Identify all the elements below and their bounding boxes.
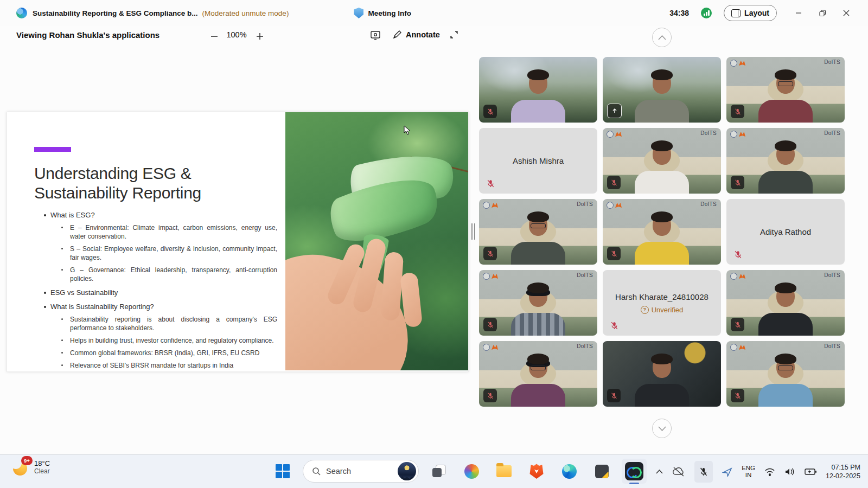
- zoom-out-button[interactable]: [208, 29, 220, 43]
- mic-muted-icon: [483, 318, 497, 331]
- wifi-icon[interactable]: [764, 467, 775, 476]
- mic-muted-icon: [607, 389, 621, 402]
- bullet: ESG vs Sustainability: [34, 288, 277, 297]
- onedrive-paused-icon[interactable]: [672, 467, 685, 477]
- participant-name-tile[interactable]: Aditya Rathod: [726, 199, 845, 265]
- notepad-button[interactable]: [589, 459, 614, 484]
- presenter-icon: [607, 104, 622, 118]
- weather-temp: 18°C: [34, 459, 50, 467]
- participant-name-tile[interactable]: Ashish Mishra: [479, 128, 597, 194]
- participant-grid: DoITS Ashish Mishra DoITS DoITS: [479, 57, 845, 407]
- participant-video-tile[interactable]: DoITS: [726, 341, 845, 407]
- collapse-panel-button[interactable]: [652, 28, 672, 47]
- windows-start-icon: [276, 464, 290, 478]
- mic-muted-icon: [607, 247, 621, 260]
- meeting-timer: 34:38: [669, 9, 689, 17]
- notification-badge: 9+: [21, 456, 33, 465]
- battery-icon[interactable]: [805, 468, 816, 476]
- bullet: What is ESG?: [34, 211, 277, 220]
- bullet: Relevance of SEBI's BRSR mandate for sta…: [34, 361, 277, 370]
- participant-video-tile[interactable]: DoITS: [603, 128, 721, 194]
- edge-icon: [562, 464, 577, 479]
- share-toolbar: Viewing Rohan Shukla's applications 100%…: [0, 26, 868, 49]
- meeting-info-shield-icon: [354, 8, 363, 18]
- file-explorer-icon: [496, 465, 512, 477]
- participant-video-tile[interactable]: DoITS: [479, 341, 597, 407]
- task-view-button[interactable]: [426, 459, 451, 484]
- unverified-icon: ?: [641, 306, 649, 314]
- search-icon: [312, 467, 321, 476]
- search-highlight-image: [398, 462, 416, 480]
- mic-muted-icon: [483, 247, 497, 260]
- connection-quality-icon[interactable]: [701, 8, 712, 18]
- panel-resize-handle[interactable]: [471, 223, 476, 240]
- copilot-button[interactable]: [459, 459, 484, 484]
- minimize-button[interactable]: [787, 0, 810, 26]
- task-view-icon: [432, 465, 445, 478]
- moderated-mode-note: (Moderated unmute mode): [202, 9, 289, 17]
- weather-moon-icon: 9+: [13, 459, 29, 476]
- annotate-button[interactable]: Annotate: [393, 30, 440, 39]
- mic-muted-icon: [732, 248, 744, 260]
- system-tray: ENG IN 07:15 PM 12-02-2025: [656, 455, 860, 488]
- search-placeholder: Search: [326, 467, 392, 476]
- brave-icon: [529, 464, 544, 479]
- webex-meeting-window: Sustainability Reporting & ESG Complianc…: [0, 0, 868, 488]
- meeting-info-link[interactable]: Meeting Info: [368, 9, 411, 17]
- mic-muted-icon: [484, 177, 496, 189]
- fullscreen-icon[interactable]: [449, 30, 459, 40]
- slide-photo-leaf-hand: [285, 112, 468, 370]
- webex-logo-icon: [16, 8, 27, 18]
- participant-video-tile[interactable]: DoITS: [726, 128, 845, 194]
- bullet: G – Governance: Ethical leadership, tran…: [34, 266, 277, 283]
- participant-video-tile[interactable]: [479, 57, 597, 123]
- layout-icon: [731, 9, 741, 17]
- bullet: Sustainability reporting is about disclo…: [34, 315, 277, 332]
- title-bar: Sustainability Reporting & ESG Complianc…: [0, 0, 868, 26]
- bullet: What is Sustainability Reporting?: [34, 303, 277, 311]
- mic-muted-icon: [731, 389, 744, 402]
- participant-name-tile-unverified[interactable]: Harsh Kharate_24810028 ? Unverified: [603, 270, 721, 336]
- brave-browser-button[interactable]: [524, 459, 549, 484]
- volume-icon[interactable]: [784, 467, 795, 476]
- mic-muted-icon: [607, 176, 621, 189]
- webex-app-button-active[interactable]: [622, 459, 647, 484]
- tray-mic-muted-icon[interactable]: [694, 461, 713, 483]
- taskbar-search-input[interactable]: Search: [303, 460, 419, 483]
- tray-chevron-icon[interactable]: [656, 470, 663, 474]
- participant-video-tile[interactable]: [603, 341, 721, 407]
- mic-muted-icon: [483, 389, 497, 402]
- location-arrow-icon[interactable]: [722, 467, 732, 477]
- annotate-label: Annotate: [406, 30, 440, 39]
- file-explorer-button[interactable]: [492, 459, 516, 484]
- bullet: S – Social: Employee welfare, diversity …: [34, 245, 277, 262]
- close-button[interactable]: [834, 0, 858, 26]
- start-button[interactable]: [270, 459, 295, 484]
- zoom-in-button[interactable]: [254, 29, 266, 43]
- meeting-title: Sustainability Reporting & ESG Complianc…: [33, 9, 198, 17]
- language-indicator[interactable]: ENG IN: [742, 465, 755, 479]
- expand-panel-button[interactable]: [652, 419, 672, 438]
- participant-video-tile[interactable]: DoITS: [479, 270, 597, 336]
- participant-name: Ashish Mishra: [513, 156, 564, 165]
- mic-muted-icon: [608, 319, 620, 331]
- share-screen-icon[interactable]: [370, 30, 381, 41]
- participant-video-tile[interactable]: DoITS: [603, 199, 721, 265]
- zoom-level: 100%: [224, 30, 250, 39]
- clock-widget[interactable]: 07:15 PM 12-02-2025: [826, 463, 860, 480]
- participant-video-tile[interactable]: DoITS: [479, 199, 597, 265]
- participant-video-tile-presenter[interactable]: [603, 57, 721, 123]
- restore-button[interactable]: [810, 0, 834, 26]
- edge-browser-button[interactable]: [557, 459, 582, 484]
- tray-date: 12-02-2025: [826, 472, 860, 480]
- participant-video-tile[interactable]: DoITS: [726, 270, 845, 336]
- participant-name: Harsh Kharate_24810028: [615, 292, 709, 301]
- mic-muted-icon: [731, 176, 744, 189]
- weather-widget[interactable]: 9+ 18°C Clear: [13, 459, 50, 476]
- shared-slide: Understanding ESG & Sustainability Repor…: [7, 112, 469, 372]
- tray-time: 07:15 PM: [826, 463, 860, 472]
- layout-label: Layout: [744, 9, 769, 17]
- participant-video-tile[interactable]: DoITS: [726, 57, 845, 123]
- bullet: Common global frameworks: BRSR (India), …: [34, 349, 277, 357]
- layout-button[interactable]: Layout: [724, 5, 777, 21]
